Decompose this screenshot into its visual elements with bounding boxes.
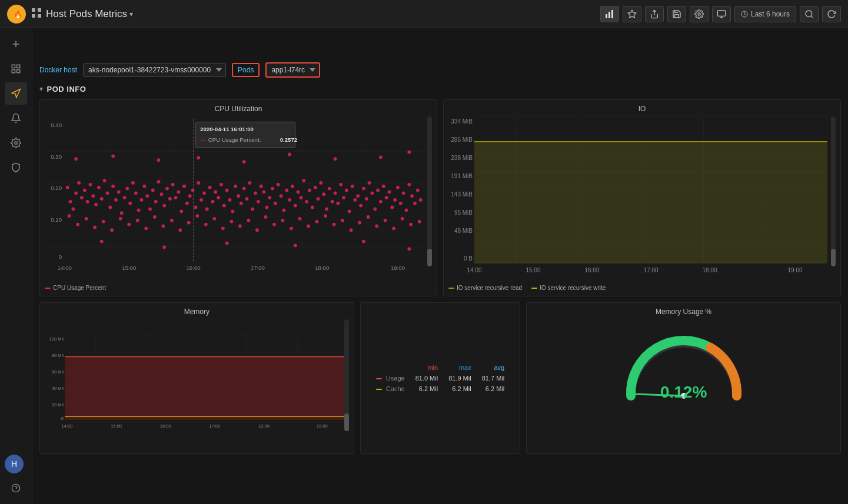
svg-marker-242 bbox=[474, 142, 827, 263]
legend-item-io-read: IO service recursive read bbox=[448, 285, 522, 291]
svg-text:19:00: 19:00 bbox=[787, 267, 802, 273]
memory-chart-scrollbar-thumb[interactable] bbox=[344, 413, 349, 431]
sidebar-item-settings[interactable] bbox=[5, 132, 27, 154]
svg-point-204 bbox=[418, 220, 421, 223]
settings-button[interactable] bbox=[690, 6, 709, 22]
svg-point-68 bbox=[151, 189, 155, 192]
svg-point-135 bbox=[342, 196, 345, 199]
svg-point-123 bbox=[308, 189, 311, 192]
cpu-chart-svg: 0.40 0.30 0.20 0.10 0 14:00 15:00 16:00 … bbox=[45, 116, 432, 281]
svg-point-72 bbox=[162, 204, 166, 208]
topbar: 🔥 Host Pods Metrics ▾ Last 6 hours bbox=[0, 0, 848, 28]
svg-point-137 bbox=[348, 209, 351, 213]
svg-text:🔥: 🔥 bbox=[14, 10, 22, 19]
star-button[interactable] bbox=[623, 6, 641, 22]
memory-chart-panel: Memory 100 Mil 80 Mil 60 Mil 40 Mil 20 bbox=[39, 302, 354, 454]
svg-point-150 bbox=[385, 196, 388, 199]
svg-point-205 bbox=[74, 157, 78, 161]
share-button[interactable] bbox=[645, 6, 664, 22]
svg-point-196 bbox=[350, 228, 353, 232]
svg-point-75 bbox=[171, 183, 175, 186]
svg-point-148 bbox=[379, 200, 383, 203]
svg-point-209 bbox=[242, 160, 246, 163]
svg-point-187 bbox=[272, 223, 276, 226]
svg-point-46 bbox=[89, 183, 92, 186]
docker-host-select[interactable]: aks-nodepool1-38422723-vmss000000 bbox=[83, 63, 226, 77]
io-chart-title: IO bbox=[448, 105, 836, 113]
sidebar-item-alerting[interactable] bbox=[5, 107, 27, 129]
svg-point-133 bbox=[336, 202, 340, 205]
svg-marker-9 bbox=[628, 10, 636, 18]
svg-point-185 bbox=[255, 228, 259, 232]
title-caret-icon[interactable]: ▾ bbox=[129, 10, 133, 18]
svg-text:14:00: 14:00 bbox=[62, 423, 73, 429]
svg-point-89 bbox=[211, 200, 215, 203]
svg-point-216 bbox=[225, 242, 229, 245]
svg-text:19:00: 19:00 bbox=[317, 423, 328, 429]
svg-point-76 bbox=[174, 196, 178, 199]
sidebar-item-explore[interactable] bbox=[5, 82, 27, 105]
svg-point-38 bbox=[66, 186, 69, 189]
svg-point-164 bbox=[76, 223, 79, 226]
svg-point-67 bbox=[148, 208, 152, 211]
memory-gauge-title: Memory Usage % bbox=[656, 308, 711, 316]
cpu-chart-scrollbar-thumb[interactable] bbox=[427, 249, 432, 266]
sidebar-item-add[interactable] bbox=[5, 33, 27, 55]
svg-point-93 bbox=[222, 204, 226, 208]
svg-point-202 bbox=[401, 217, 404, 221]
memory-chart-scrollbar[interactable] bbox=[344, 319, 349, 431]
svg-point-80 bbox=[185, 202, 189, 205]
svg-point-169 bbox=[119, 217, 122, 221]
cache-max: 6.2 Mil bbox=[444, 384, 476, 393]
stats-header-max: max bbox=[444, 363, 476, 372]
sidebar-item-dashboard[interactable] bbox=[5, 58, 27, 80]
svg-point-63 bbox=[137, 208, 141, 212]
memory-chart-title: Memory bbox=[45, 308, 349, 316]
save-button[interactable] bbox=[667, 6, 686, 22]
svg-point-173 bbox=[153, 215, 157, 219]
svg-point-107 bbox=[262, 190, 266, 193]
svg-point-60 bbox=[128, 202, 132, 205]
svg-point-69 bbox=[154, 200, 158, 203]
svg-rect-8 bbox=[611, 10, 613, 18]
monitor-button[interactable] bbox=[712, 6, 731, 22]
cpu-chart-scrollbar[interactable] bbox=[427, 116, 432, 266]
user-avatar[interactable]: H bbox=[5, 455, 24, 473]
svg-text:286 MiB: 286 MiB bbox=[451, 136, 473, 143]
svg-point-143 bbox=[365, 197, 368, 201]
svg-point-181 bbox=[221, 226, 225, 230]
svg-point-110 bbox=[271, 187, 274, 191]
svg-point-66 bbox=[145, 194, 149, 198]
svg-rect-7 bbox=[608, 12, 610, 18]
svg-rect-20 bbox=[17, 65, 20, 68]
io-write-legend-dot bbox=[531, 288, 537, 289]
svg-point-45 bbox=[86, 200, 89, 203]
svg-point-119 bbox=[297, 190, 300, 193]
io-chart-area: 334 MiB 286 MiB 238 MiB 191 MiB 143 MiB … bbox=[448, 116, 836, 281]
svg-point-88 bbox=[208, 186, 212, 189]
svg-point-213 bbox=[407, 151, 411, 154]
svg-text:0 B: 0 B bbox=[464, 255, 473, 262]
svg-point-122 bbox=[305, 200, 308, 203]
chevron-down-icon[interactable]: ▾ bbox=[39, 85, 44, 93]
svg-point-74 bbox=[168, 197, 172, 201]
app-logo: 🔥 bbox=[7, 5, 26, 24]
time-range-button[interactable]: Last 6 hours bbox=[734, 6, 796, 22]
bar-chart-button[interactable] bbox=[600, 6, 619, 22]
io-chart-scrollbar[interactable] bbox=[831, 116, 836, 266]
refresh-button[interactable] bbox=[822, 6, 841, 22]
svg-point-171 bbox=[136, 219, 139, 222]
sidebar-item-help[interactable] bbox=[5, 477, 27, 499]
pods-select[interactable]: app1-l74rc bbox=[265, 62, 320, 78]
io-chart-scrollbar-thumb[interactable] bbox=[831, 249, 836, 266]
svg-text:20 Mil: 20 Mil bbox=[52, 402, 64, 408]
svg-point-55 bbox=[114, 198, 118, 202]
svg-point-116 bbox=[288, 198, 291, 202]
svg-point-186 bbox=[264, 215, 268, 219]
svg-text:14:00: 14:00 bbox=[467, 267, 481, 273]
table-row: Cache 6.2 Mil 6.2 Mil 6.2 Mil bbox=[371, 384, 509, 393]
svg-point-64 bbox=[140, 198, 144, 202]
search-button[interactable] bbox=[800, 6, 819, 22]
sidebar-item-shield[interactable] bbox=[5, 156, 27, 179]
svg-point-106 bbox=[260, 185, 263, 188]
